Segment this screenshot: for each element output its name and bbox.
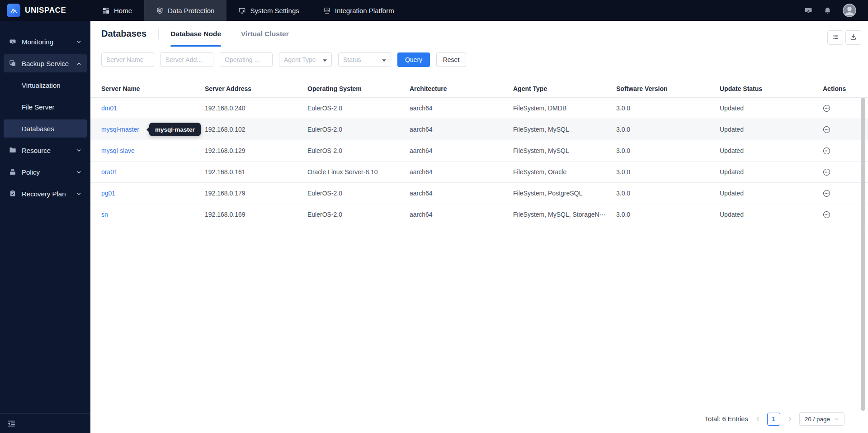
server-name-input[interactable] xyxy=(101,52,154,67)
architecture-cell: aarch64 xyxy=(410,126,513,133)
sidebar-item-label: Databases xyxy=(22,125,54,133)
column-header: Server Name xyxy=(101,85,205,92)
server-name-link[interactable]: dm01 xyxy=(101,105,205,112)
reset-button[interactable]: Reset xyxy=(436,52,466,67)
chevron-down-icon xyxy=(76,191,81,196)
chevron-left-icon xyxy=(755,416,760,422)
shield-check-icon xyxy=(156,7,163,14)
page-number-button[interactable]: 1 xyxy=(767,413,780,426)
row-actions-button[interactable] xyxy=(823,211,857,219)
app-root: UNISPACE Home Data Protection System Set… xyxy=(0,0,868,433)
status-select-placeholder: Status xyxy=(343,56,361,63)
os-cell: EulerOS-2.0 xyxy=(307,105,410,112)
agent-type-cell: FileSystem, MySQL xyxy=(513,147,616,154)
sidebar-item-file-server[interactable]: File Server xyxy=(4,98,87,116)
caret-down-icon xyxy=(323,56,327,64)
grid-icon xyxy=(103,7,109,14)
tab-virtual-cluster[interactable]: Virtual Cluster xyxy=(241,21,289,47)
sidebar-item-databases[interactable]: Databases xyxy=(4,119,87,138)
next-page-button[interactable] xyxy=(787,416,793,422)
circle-ellipsis-icon xyxy=(823,105,830,112)
server-name-link[interactable]: mysql-slave xyxy=(101,147,205,154)
row-actions-button[interactable] xyxy=(823,168,857,176)
row-actions-button[interactable] xyxy=(823,190,857,197)
os-cell: EulerOS-2.0 xyxy=(307,211,410,218)
server-name-link[interactable]: pg01 xyxy=(101,190,205,197)
server-name-link[interactable]: ora01 xyxy=(101,168,205,176)
circle-ellipsis-icon xyxy=(823,190,830,197)
sidebar-item-virtualization[interactable]: Virtualization xyxy=(4,76,87,94)
column-header: Update Status xyxy=(720,85,823,92)
copy-icon xyxy=(9,60,16,67)
export-button[interactable] xyxy=(845,30,861,45)
sidebar-item-label: Virtualization xyxy=(22,81,61,89)
page-size-select[interactable]: 20 / page xyxy=(799,412,844,426)
column-header: Server Address xyxy=(205,85,307,92)
top-tab-system-settings[interactable]: System Settings xyxy=(226,0,311,21)
top-tab-label: Integration Platform xyxy=(335,7,394,14)
top-tab-home[interactable]: Home xyxy=(90,0,144,21)
architecture-cell: aarch64 xyxy=(410,168,513,176)
folder-icon xyxy=(9,147,16,154)
chevron-down-icon xyxy=(76,170,81,175)
row-actions-button[interactable] xyxy=(823,105,857,112)
download-icon xyxy=(850,33,857,42)
pagination-total: Total: 6 Entries xyxy=(705,415,748,423)
servers-table: Server Name Server Address Operating Sys… xyxy=(90,80,868,225)
column-header: Actions xyxy=(823,85,857,92)
row-actions-button[interactable] xyxy=(823,126,857,133)
table-toolbar xyxy=(827,30,861,45)
screen-share-icon[interactable] xyxy=(804,6,812,14)
bell-icon[interactable] xyxy=(824,7,831,14)
sidebar-item-backup-service[interactable]: Backup Service xyxy=(4,54,87,72)
tooltip-text: mysql-master xyxy=(155,126,195,133)
column-settings-button[interactable] xyxy=(827,30,843,45)
server-address-cell: 192.168.0.129 xyxy=(205,147,307,154)
table-row: pg01 192.168.0.179 EulerOS-2.0 aarch64 F… xyxy=(90,183,868,204)
server-address-cell: 192.168.0.161 xyxy=(205,168,307,176)
sidebar-item-monitoring[interactable]: Monitoring xyxy=(4,33,87,51)
top-tab-data-protection[interactable]: Data Protection xyxy=(144,0,226,21)
software-version-cell: 3.0.0 xyxy=(616,168,720,176)
main-content: Databases Database Node Virtual Cluster xyxy=(90,21,868,433)
page-title: Databases xyxy=(101,29,146,39)
column-header: Software Version xyxy=(616,85,720,92)
brand[interactable]: UNISPACE xyxy=(0,0,90,21)
sidebar-item-recovery-plan[interactable]: Recovery Plan xyxy=(4,185,87,203)
agent-type-select[interactable]: Agent Type xyxy=(279,52,332,67)
agent-type-cell: FileSystem, PostgreSQL xyxy=(513,190,616,197)
sidebar-item-label: Policy xyxy=(22,168,40,176)
page-header: Databases Database Node Virtual Cluster xyxy=(90,21,868,47)
tab-database-node[interactable]: Database Node xyxy=(170,21,221,47)
agent-type-cell: FileSystem, MySQL, StorageN⋯ xyxy=(513,211,616,218)
prev-page-button[interactable] xyxy=(755,416,760,422)
archive-icon xyxy=(9,168,16,176)
sidebar-item-label: Backup Service xyxy=(22,60,69,67)
page-tabs: Database Node Virtual Cluster xyxy=(170,21,289,47)
sidebar-item-resource[interactable]: Resource xyxy=(4,141,87,159)
collapse-sidebar-icon[interactable] xyxy=(7,420,15,427)
circle-ellipsis-icon xyxy=(823,147,830,155)
sidebar-item-label: File Server xyxy=(22,103,55,111)
circle-ellipsis-icon xyxy=(823,211,830,219)
sidebar-item-label: Monitoring xyxy=(22,38,53,46)
update-status-cell: Updated xyxy=(720,211,823,218)
server-name-link[interactable]: sn xyxy=(101,211,205,218)
chevron-right-icon xyxy=(787,416,793,422)
status-select[interactable]: Status xyxy=(338,52,391,67)
top-nav: Home Data Protection System Settings Int… xyxy=(90,0,406,21)
pagination: Total: 6 Entries 1 20 / page xyxy=(705,412,844,426)
server-address-input[interactable] xyxy=(160,52,213,67)
avatar[interactable] xyxy=(843,4,856,17)
sidebar-item-policy[interactable]: Policy xyxy=(4,163,87,181)
table-row: ora01 192.168.0.161 Oracle Linux Server-… xyxy=(90,162,868,183)
operating-system-input[interactable] xyxy=(220,52,273,67)
list-icon xyxy=(832,33,839,42)
vertical-scrollbar[interactable] xyxy=(861,98,865,411)
sidebar-footer xyxy=(0,413,90,433)
row-actions-button[interactable] xyxy=(823,147,857,155)
os-cell: EulerOS-2.0 xyxy=(307,126,410,133)
os-cell: Oracle Linux Server-8.10 xyxy=(307,168,410,176)
top-tab-integration-platform[interactable]: Integration Platform xyxy=(311,0,406,21)
query-button[interactable]: Query xyxy=(397,52,430,67)
